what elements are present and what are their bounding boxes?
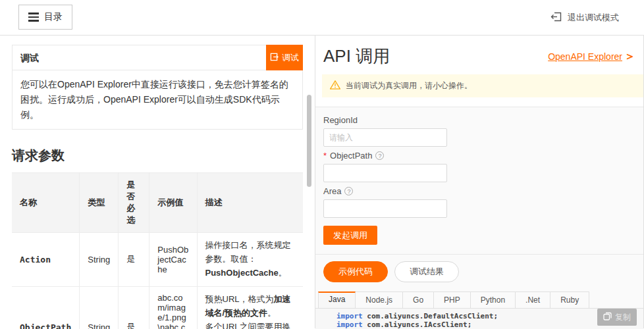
tab-dotnet[interactable]: .Net	[516, 291, 550, 308]
api-call-panel: API 调用 OpenAPI Explorer ＞ 当前调试为真实调用，请小心操…	[315, 36, 644, 328]
area-help-icon[interactable]: ?	[344, 187, 353, 195]
param-example: PushObjectCache	[149, 233, 197, 286]
warning-banner: 当前调试为真实调用，请小心操作。	[322, 74, 643, 97]
debug-box-description: 您可以在OpenAPI Explorer中直接运行该接口，免去您计算签名的困扰。…	[13, 70, 302, 129]
sample-code-pill[interactable]: 示例代码	[323, 261, 388, 282]
openapi-explorer-link-label: OpenAPI Explorer	[548, 51, 622, 62]
doc-panel: 调试 调试 您可以在OpenAPI Explorer中直接运行该接口，免去您计算…	[0, 36, 303, 328]
col-header-description: 描述	[197, 173, 303, 233]
invoke-api-button[interactable]: 发起调用	[323, 226, 377, 245]
table-header-row: 名称 类型 是否必选 示例值 描述	[12, 173, 303, 233]
exit-debug-mode-button[interactable]: 退出调试模式	[550, 0, 619, 36]
objectpath-help-icon[interactable]: ?	[375, 151, 384, 160]
warning-text: 当前调试为真实调用，请小心操作。	[346, 80, 472, 91]
debug-button[interactable]: 调试	[266, 45, 303, 70]
api-call-title: API 调用	[323, 45, 390, 68]
tab-java[interactable]: Java	[318, 291, 356, 308]
param-required: 是	[119, 286, 149, 329]
tab-php[interactable]: PHP	[434, 291, 471, 308]
request-params-heading: 请求参数	[12, 147, 303, 164]
col-header-example: 示例值	[149, 173, 197, 233]
openapi-explorer-link[interactable]: OpenAPI Explorer ＞	[548, 49, 635, 64]
toc-button-label: 目录	[44, 11, 63, 23]
table-row: Action String 是 PushObjectCache 操作接口名，系统…	[12, 233, 303, 286]
required-asterisk: *	[323, 151, 327, 161]
main-split: 调试 调试 您可以在OpenAPI Explorer中直接运行该接口，免去您计算…	[0, 36, 644, 328]
col-header-type: 类型	[80, 173, 119, 233]
hamburger-icon	[28, 13, 39, 22]
area-input[interactable]	[323, 199, 447, 218]
tab-nodejs[interactable]: Node.js	[356, 291, 403, 308]
copy-button-label: 复制	[615, 312, 631, 323]
objectpath-label: * ObjectPath ?	[323, 151, 635, 161]
param-example: abc.com/image/1.png\nabc.com/image/2.png	[149, 286, 197, 329]
exit-icon	[550, 12, 562, 24]
tab-ruby[interactable]: Ruby	[550, 291, 589, 308]
debug-result-pill[interactable]: 调试结果	[394, 261, 459, 282]
param-name: ObjectPath	[12, 286, 80, 329]
chevron-right-icon: ＞	[624, 49, 635, 64]
area-label: Area ?	[323, 186, 635, 196]
col-header-name: 名称	[12, 173, 80, 233]
copy-icon	[603, 312, 612, 322]
param-description: 操作接口名，系统规定参数。取值：PushObjectCache。	[197, 233, 303, 286]
sample-code-block: 复制 import com.aliyuncs.DefaultAcsClient;…	[315, 309, 643, 329]
param-type: String	[80, 286, 119, 329]
toc-button[interactable]: 目录	[18, 5, 72, 30]
left-panel-scrollbar	[303, 36, 315, 328]
copy-code-button[interactable]: 复制	[597, 309, 637, 326]
objectpath-input[interactable]	[323, 164, 447, 182]
debug-box-title: 调试	[13, 45, 302, 70]
tab-python[interactable]: Python	[471, 291, 516, 308]
param-description: 预热URL，格式为加速域名/预热的文件。 多个URL之间需要用换行符（\n）或（…	[197, 286, 303, 329]
param-required: 是	[119, 233, 149, 286]
tab-go[interactable]: Go	[403, 291, 434, 308]
debug-info-box: 调试 调试 您可以在OpenAPI Explorer中直接运行该接口，免去您计算…	[12, 45, 303, 130]
col-header-required: 是否必选	[119, 173, 149, 233]
table-row: ObjectPath String 是 abc.com/image/1.png\…	[12, 286, 303, 329]
regionid-label: RegionId	[323, 115, 635, 125]
regionid-input[interactable]	[323, 128, 447, 147]
warning-icon	[330, 80, 340, 91]
debug-button-label: 调试	[282, 52, 299, 64]
param-type: String	[80, 233, 119, 286]
debug-run-icon	[270, 53, 279, 63]
request-params-table: 名称 类型 是否必选 示例值 描述 Action String 是 PushOb…	[12, 172, 303, 329]
language-tabs: Java Node.js Go PHP Python .Net Ruby	[315, 291, 643, 309]
param-name: Action	[12, 233, 80, 286]
exit-debug-mode-label: 退出调试模式	[568, 12, 619, 24]
top-bar: 目录 退出调试模式	[0, 0, 644, 36]
debug-form-section: RegionId * ObjectPath ? Area ? 发起调用	[315, 107, 643, 329]
scrollbar-thumb[interactable]	[307, 95, 311, 187]
